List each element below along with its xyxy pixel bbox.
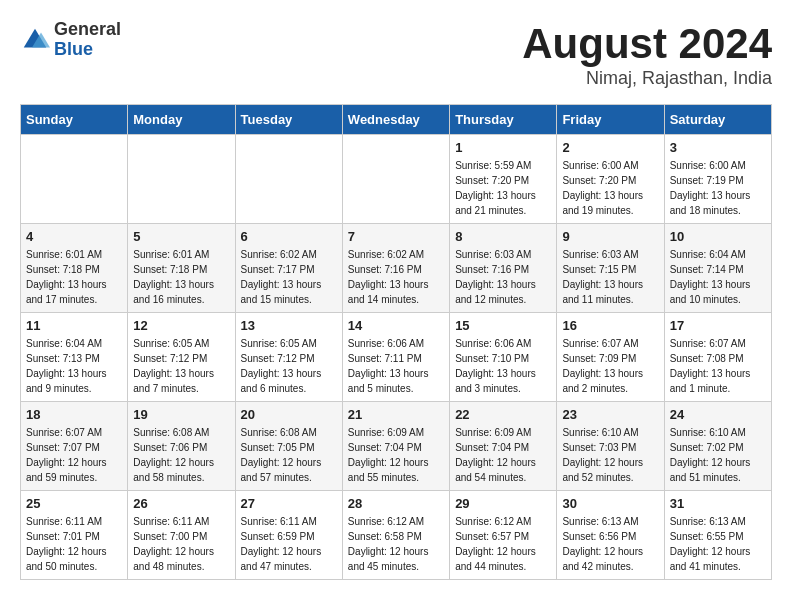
calendar-cell: 3Sunrise: 6:00 AM Sunset: 7:19 PM Daylig… bbox=[664, 135, 771, 224]
day-number: 8 bbox=[455, 229, 551, 244]
calendar-cell: 23Sunrise: 6:10 AM Sunset: 7:03 PM Dayli… bbox=[557, 402, 664, 491]
day-info: Sunrise: 6:08 AM Sunset: 7:06 PM Dayligh… bbox=[133, 425, 229, 485]
month-title: August 2024 bbox=[522, 20, 772, 68]
calendar-cell: 7Sunrise: 6:02 AM Sunset: 7:16 PM Daylig… bbox=[342, 224, 449, 313]
day-number: 11 bbox=[26, 318, 122, 333]
day-number: 14 bbox=[348, 318, 444, 333]
day-info: Sunrise: 5:59 AM Sunset: 7:20 PM Dayligh… bbox=[455, 158, 551, 218]
day-number: 22 bbox=[455, 407, 551, 422]
day-info: Sunrise: 6:09 AM Sunset: 7:04 PM Dayligh… bbox=[348, 425, 444, 485]
day-info: Sunrise: 6:07 AM Sunset: 7:07 PM Dayligh… bbox=[26, 425, 122, 485]
calendar-cell: 2Sunrise: 6:00 AM Sunset: 7:20 PM Daylig… bbox=[557, 135, 664, 224]
calendar-cell: 4Sunrise: 6:01 AM Sunset: 7:18 PM Daylig… bbox=[21, 224, 128, 313]
calendar-cell: 12Sunrise: 6:05 AM Sunset: 7:12 PM Dayli… bbox=[128, 313, 235, 402]
logo-blue-text: Blue bbox=[54, 40, 121, 60]
day-info: Sunrise: 6:02 AM Sunset: 7:17 PM Dayligh… bbox=[241, 247, 337, 307]
day-info: Sunrise: 6:07 AM Sunset: 7:09 PM Dayligh… bbox=[562, 336, 658, 396]
day-number: 4 bbox=[26, 229, 122, 244]
day-info: Sunrise: 6:05 AM Sunset: 7:12 PM Dayligh… bbox=[241, 336, 337, 396]
day-info: Sunrise: 6:10 AM Sunset: 7:03 PM Dayligh… bbox=[562, 425, 658, 485]
title-block: August 2024 Nimaj, Rajasthan, India bbox=[522, 20, 772, 89]
calendar-cell: 9Sunrise: 6:03 AM Sunset: 7:15 PM Daylig… bbox=[557, 224, 664, 313]
weekday-header-friday: Friday bbox=[557, 105, 664, 135]
day-info: Sunrise: 6:03 AM Sunset: 7:16 PM Dayligh… bbox=[455, 247, 551, 307]
day-info: Sunrise: 6:03 AM Sunset: 7:15 PM Dayligh… bbox=[562, 247, 658, 307]
calendar-cell: 29Sunrise: 6:12 AM Sunset: 6:57 PM Dayli… bbox=[450, 491, 557, 580]
day-info: Sunrise: 6:01 AM Sunset: 7:18 PM Dayligh… bbox=[133, 247, 229, 307]
day-info: Sunrise: 6:04 AM Sunset: 7:13 PM Dayligh… bbox=[26, 336, 122, 396]
day-number: 15 bbox=[455, 318, 551, 333]
day-number: 19 bbox=[133, 407, 229, 422]
weekday-header-monday: Monday bbox=[128, 105, 235, 135]
calendar-cell: 28Sunrise: 6:12 AM Sunset: 6:58 PM Dayli… bbox=[342, 491, 449, 580]
day-info: Sunrise: 6:13 AM Sunset: 6:56 PM Dayligh… bbox=[562, 514, 658, 574]
calendar-week-row: 1Sunrise: 5:59 AM Sunset: 7:20 PM Daylig… bbox=[21, 135, 772, 224]
day-number: 16 bbox=[562, 318, 658, 333]
logo-icon bbox=[20, 25, 50, 55]
calendar-cell: 16Sunrise: 6:07 AM Sunset: 7:09 PM Dayli… bbox=[557, 313, 664, 402]
calendar-cell: 31Sunrise: 6:13 AM Sunset: 6:55 PM Dayli… bbox=[664, 491, 771, 580]
day-info: Sunrise: 6:11 AM Sunset: 7:00 PM Dayligh… bbox=[133, 514, 229, 574]
calendar-cell bbox=[21, 135, 128, 224]
day-info: Sunrise: 6:01 AM Sunset: 7:18 PM Dayligh… bbox=[26, 247, 122, 307]
logo-general-text: General bbox=[54, 20, 121, 40]
day-number: 31 bbox=[670, 496, 766, 511]
day-number: 6 bbox=[241, 229, 337, 244]
calendar-cell: 17Sunrise: 6:07 AM Sunset: 7:08 PM Dayli… bbox=[664, 313, 771, 402]
day-info: Sunrise: 6:07 AM Sunset: 7:08 PM Dayligh… bbox=[670, 336, 766, 396]
day-info: Sunrise: 6:09 AM Sunset: 7:04 PM Dayligh… bbox=[455, 425, 551, 485]
calendar-cell: 10Sunrise: 6:04 AM Sunset: 7:14 PM Dayli… bbox=[664, 224, 771, 313]
day-number: 21 bbox=[348, 407, 444, 422]
calendar-cell: 13Sunrise: 6:05 AM Sunset: 7:12 PM Dayli… bbox=[235, 313, 342, 402]
day-number: 27 bbox=[241, 496, 337, 511]
day-number: 29 bbox=[455, 496, 551, 511]
day-number: 24 bbox=[670, 407, 766, 422]
calendar-week-row: 18Sunrise: 6:07 AM Sunset: 7:07 PM Dayli… bbox=[21, 402, 772, 491]
day-number: 18 bbox=[26, 407, 122, 422]
day-number: 12 bbox=[133, 318, 229, 333]
calendar-cell: 27Sunrise: 6:11 AM Sunset: 6:59 PM Dayli… bbox=[235, 491, 342, 580]
logo-text: General Blue bbox=[54, 20, 121, 60]
logo: General Blue bbox=[20, 20, 121, 60]
weekday-header-tuesday: Tuesday bbox=[235, 105, 342, 135]
day-number: 30 bbox=[562, 496, 658, 511]
calendar-cell bbox=[128, 135, 235, 224]
calendar-cell: 1Sunrise: 5:59 AM Sunset: 7:20 PM Daylig… bbox=[450, 135, 557, 224]
day-info: Sunrise: 6:13 AM Sunset: 6:55 PM Dayligh… bbox=[670, 514, 766, 574]
calendar-week-row: 25Sunrise: 6:11 AM Sunset: 7:01 PM Dayli… bbox=[21, 491, 772, 580]
day-info: Sunrise: 6:08 AM Sunset: 7:05 PM Dayligh… bbox=[241, 425, 337, 485]
calendar-cell: 24Sunrise: 6:10 AM Sunset: 7:02 PM Dayli… bbox=[664, 402, 771, 491]
day-info: Sunrise: 6:00 AM Sunset: 7:19 PM Dayligh… bbox=[670, 158, 766, 218]
day-info: Sunrise: 6:12 AM Sunset: 6:58 PM Dayligh… bbox=[348, 514, 444, 574]
day-number: 10 bbox=[670, 229, 766, 244]
day-info: Sunrise: 6:02 AM Sunset: 7:16 PM Dayligh… bbox=[348, 247, 444, 307]
calendar-cell: 21Sunrise: 6:09 AM Sunset: 7:04 PM Dayli… bbox=[342, 402, 449, 491]
day-info: Sunrise: 6:06 AM Sunset: 7:11 PM Dayligh… bbox=[348, 336, 444, 396]
day-number: 9 bbox=[562, 229, 658, 244]
day-number: 7 bbox=[348, 229, 444, 244]
day-info: Sunrise: 6:10 AM Sunset: 7:02 PM Dayligh… bbox=[670, 425, 766, 485]
day-number: 3 bbox=[670, 140, 766, 155]
weekday-header-row: SundayMondayTuesdayWednesdayThursdayFrid… bbox=[21, 105, 772, 135]
weekday-header-wednesday: Wednesday bbox=[342, 105, 449, 135]
calendar-cell: 20Sunrise: 6:08 AM Sunset: 7:05 PM Dayli… bbox=[235, 402, 342, 491]
calendar-cell bbox=[235, 135, 342, 224]
calendar-table: SundayMondayTuesdayWednesdayThursdayFrid… bbox=[20, 104, 772, 580]
day-number: 25 bbox=[26, 496, 122, 511]
calendar-cell: 18Sunrise: 6:07 AM Sunset: 7:07 PM Dayli… bbox=[21, 402, 128, 491]
calendar-cell: 22Sunrise: 6:09 AM Sunset: 7:04 PM Dayli… bbox=[450, 402, 557, 491]
day-info: Sunrise: 6:04 AM Sunset: 7:14 PM Dayligh… bbox=[670, 247, 766, 307]
day-info: Sunrise: 6:00 AM Sunset: 7:20 PM Dayligh… bbox=[562, 158, 658, 218]
calendar-cell: 11Sunrise: 6:04 AM Sunset: 7:13 PM Dayli… bbox=[21, 313, 128, 402]
day-number: 2 bbox=[562, 140, 658, 155]
calendar-cell: 19Sunrise: 6:08 AM Sunset: 7:06 PM Dayli… bbox=[128, 402, 235, 491]
calendar-cell: 25Sunrise: 6:11 AM Sunset: 7:01 PM Dayli… bbox=[21, 491, 128, 580]
day-info: Sunrise: 6:11 AM Sunset: 7:01 PM Dayligh… bbox=[26, 514, 122, 574]
day-number: 26 bbox=[133, 496, 229, 511]
calendar-cell: 15Sunrise: 6:06 AM Sunset: 7:10 PM Dayli… bbox=[450, 313, 557, 402]
calendar-cell: 26Sunrise: 6:11 AM Sunset: 7:00 PM Dayli… bbox=[128, 491, 235, 580]
day-number: 17 bbox=[670, 318, 766, 333]
day-number: 20 bbox=[241, 407, 337, 422]
page-header: General Blue August 2024 Nimaj, Rajastha… bbox=[20, 20, 772, 89]
location-subtitle: Nimaj, Rajasthan, India bbox=[522, 68, 772, 89]
